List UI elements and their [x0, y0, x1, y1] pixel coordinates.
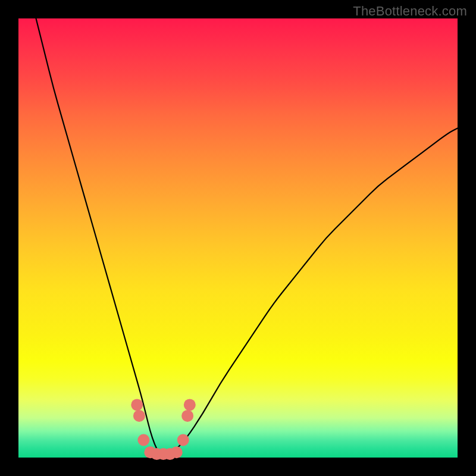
critical-point-marker [131, 399, 143, 411]
critical-point-marker [137, 434, 149, 446]
chart-frame: TheBottleneck.com [0, 0, 476, 476]
critical-point-marker [184, 399, 196, 411]
critical-point-marker [133, 410, 145, 422]
critical-point-marker [171, 446, 183, 458]
critical-point-marker [181, 410, 193, 422]
watermark-text: TheBottleneck.com [353, 4, 467, 19]
bottleneck-curve [36, 18, 458, 455]
plot-area [18, 18, 458, 458]
critical-points-markers [131, 399, 196, 460]
chart-svg [18, 18, 458, 458]
critical-point-marker [177, 434, 189, 446]
